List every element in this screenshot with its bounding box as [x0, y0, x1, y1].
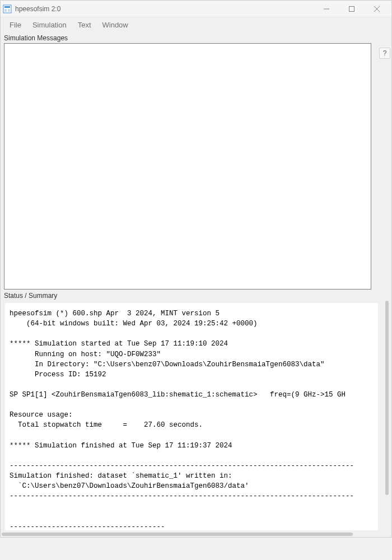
menu-text[interactable]: Text	[72, 19, 97, 31]
maximize-button[interactable]	[339, 1, 364, 17]
messages-section-label: Simulation Messages	[1, 32, 391, 43]
app-window: hpeesofsim 2:0 File Simulation Text Wind…	[0, 0, 392, 538]
close-button[interactable]	[364, 1, 389, 17]
svg-rect-2	[4, 9, 7, 12]
menubar: File Simulation Text Window	[1, 17, 391, 32]
horizontal-scrollbar[interactable]	[2, 531, 384, 537]
vertical-scrollbar[interactable]	[385, 301, 389, 529]
vertical-scrollbar-thumb[interactable]	[385, 301, 389, 495]
simulation-messages-textarea[interactable]	[4, 43, 371, 290]
status-section-label: Status / Summary	[1, 290, 391, 301]
help-button[interactable]: ?	[379, 48, 390, 59]
svg-rect-5	[349, 6, 354, 11]
horizontal-scrollbar-thumb[interactable]	[2, 533, 353, 536]
minimize-button[interactable]	[314, 1, 339, 17]
status-summary-output[interactable]: hpeesofsim (*) 600.shp Apr 3 2024, MINT …	[5, 303, 378, 530]
menu-window[interactable]: Window	[97, 19, 134, 31]
window-controls	[314, 1, 389, 17]
menu-simulation[interactable]: Simulation	[27, 19, 72, 31]
status-summary-container: hpeesofsim (*) 600.shp Apr 3 2024, MINT …	[1, 301, 391, 537]
window-title: hpeesofsim 2:0	[15, 5, 314, 13]
svg-rect-3	[8, 9, 10, 12]
titlebar: hpeesofsim 2:0	[1, 1, 391, 17]
app-icon	[3, 4, 12, 13]
menu-file[interactable]: File	[4, 19, 27, 31]
svg-rect-1	[4, 6, 10, 8]
